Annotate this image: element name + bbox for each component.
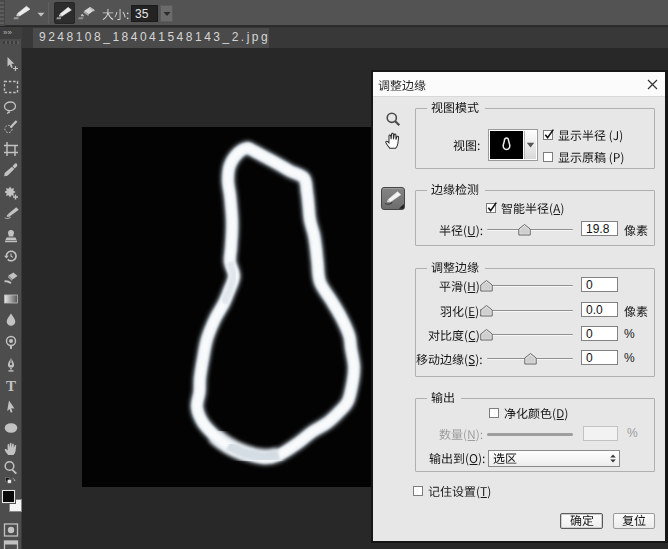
svg-text:T: T xyxy=(6,378,16,394)
